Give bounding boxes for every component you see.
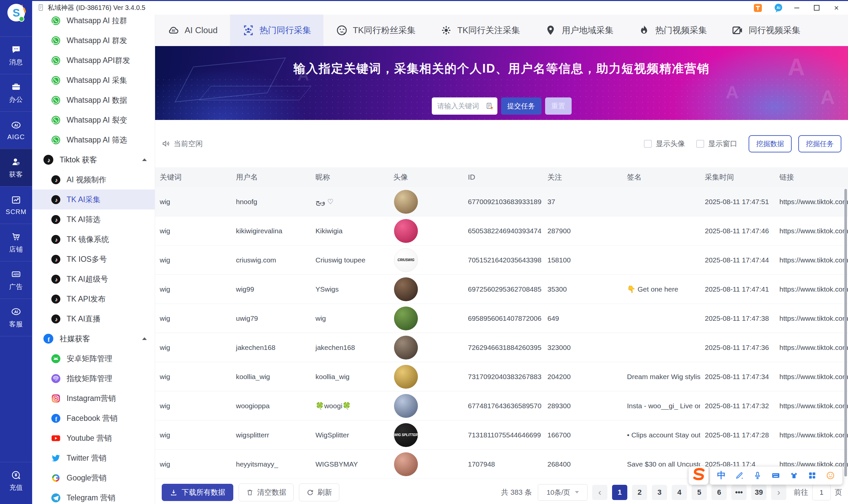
menu-item-twitter-marketing[interactable]: Twitter 营销 [32,448,155,468]
menu-item-wa-mass-send[interactable]: Whatsapp AI 群发 [32,31,155,50]
menu-item-ai-video-create[interactable]: ♪♪♪AI 视频制作 [32,170,155,190]
cell-follow-count: 323000 [543,344,622,352]
refresh-button[interactable]: 刷新 [299,484,339,501]
tab-tk-peer-fans-collect[interactable]: TK同行粉丝采集 [323,15,428,46]
menu-item-google-marketing[interactable]: Google营销 [32,468,155,488]
menu-item-wa-filter[interactable]: Whatsapp AI 筛选 [32,130,155,150]
chinese-mode-icon[interactable]: 中 [717,471,726,480]
menu-item-fingerprint-matrix[interactable]: 指纹矩阵管理 [32,368,155,388]
sidebar-item-acquisition[interactable]: 获客 [0,149,32,186]
table-row[interactable]: wigkikiwigirevalinaKikiwigia650538224694… [155,216,848,246]
page-size-select[interactable]: 10条/页 [538,484,588,501]
menu-item-wa-data[interactable]: Whatsapp AI 数据 [32,90,155,110]
sidebar-item-office[interactable]: 办公 [0,74,32,111]
mine-data-button[interactable]: 挖掘数据 [748,135,792,152]
minimize-button[interactable] [793,4,800,12]
page-button-3[interactable]: 3 [652,485,667,500]
table-row[interactable]: wigwig99YSwigs697256029536270848535300👇 … [155,275,848,304]
menu-item-wa-collect[interactable]: Whatsapp AI 采集 [32,70,155,90]
show-window-checkbox[interactable]: 显示窗口 [696,139,737,149]
tab-peer-video-collect[interactable]: 同行视频采集 [719,15,813,46]
collapse-caret-icon[interactable] [142,158,147,161]
page-button-5[interactable]: 5 [691,485,707,500]
sidebar-item-recharge[interactable]: ¥ 充值 [0,462,32,499]
keyboard-icon[interactable] [771,471,780,480]
tab-ai-cloud[interactable]: AIAI Cloud [155,15,230,46]
clear-data-button[interactable]: 清空数据 [239,484,294,501]
page-button-39[interactable]: 39 [751,485,766,500]
pen-icon[interactable] [735,471,744,480]
tab-hot-video-collect[interactable]: 热门视频采集 [626,15,719,46]
paste-keywords-icon[interactable] [485,102,494,111]
table-row[interactable]: wigcriuswig.comCriuswig toupeeCRIUSWIG70… [155,246,848,275]
svg-text:♪: ♪ [55,276,58,283]
menu-item-android-matrix[interactable]: 安卓矩阵管理 [32,348,155,368]
table-row[interactable]: wigjakechen168jakechen168726294663188426… [155,333,848,362]
tray-ai-assistant-icon[interactable]: Ai [773,3,784,13]
window-controls: × [793,4,840,12]
sidebar-item-aigc[interactable]: AIAIGC [0,111,32,149]
sidebar-item-scrm[interactable]: SCRM [0,186,32,224]
tiktok-icon: ♪♪♪ [51,254,61,265]
collapse-caret-icon[interactable] [142,337,147,340]
vertical-scrollbar[interactable] [844,189,847,476]
goto-page-input[interactable] [812,484,831,500]
sidebar-item-ads[interactable]: ADS广告 [0,261,32,299]
reset-button[interactable]: 重置 [545,97,572,115]
sidebar-item-service[interactable]: AI客服 [0,299,32,336]
prev-page-button[interactable]: ‹ [592,485,608,500]
app-window: S 消息办公AIAIGC获客SCRM店铺ADS广告AI客服 ¥ 充值 私域神器 … [0,0,848,504]
mine-task-button[interactable]: 挖掘任务 [798,135,841,152]
menu-item-tk-ios-multi[interactable]: ♪♪♪TK IOS多号 [32,249,155,269]
table-row[interactable]: wigwoogioppa🍀woogi🍀677481764363658957028… [155,391,848,420]
menu-item-tiktok-acquisition[interactable]: ♪♪♪Tiktok 获客 [32,150,155,170]
show-avatar-checkbox[interactable]: 显示头像 [644,139,685,149]
menu-item-instagram-marketing[interactable]: Instagram营销 [32,388,155,408]
keyword-input[interactable] [437,102,481,110]
emoji-icon[interactable] [826,471,835,480]
page-button-1[interactable]: 1 [612,485,627,500]
mic-icon[interactable] [753,471,762,480]
menu-item-social-acquisition[interactable]: f社媒获客 [32,329,155,348]
cell-collect-time: 2025-08-11 17:47:41 [700,285,775,293]
page-button-2[interactable]: 2 [632,485,647,500]
sogou-logo-icon[interactable] [688,466,709,485]
table-row[interactable]: wigwigsplitterrWigSplitterWIG SPLITTER71… [155,420,848,450]
page-button-6[interactable]: 6 [711,485,727,500]
cell-link: https://www.tiktok.com/... [775,314,848,322]
download-all-button[interactable]: 下载所有数据 [162,484,233,501]
menu-item-tk-ai-super[interactable]: ♪♪♪TK AI超级号 [32,269,155,289]
tab-hot-peer-collect[interactable]: 热门同行采集 [230,15,323,46]
next-page-button[interactable]: › [771,485,787,500]
menu-item-telegram-marketing[interactable]: Telegram 营销 [32,488,155,504]
table-row[interactable]: wiguwig79wig69589560614078720066492025-0… [155,304,848,333]
submit-task-button[interactable]: 提交任务 [501,97,541,115]
ai-badge-icon: AI [11,306,21,317]
cell-nickname: Kikiwigia [311,227,389,235]
tab-user-region-collect[interactable]: 用户地域采集 [532,15,626,46]
menu-item-tk-ai-live[interactable]: ♪♪♪TK AI直播 [32,309,155,329]
tray-tool-badge-icon[interactable] [753,3,763,13]
maximize-button[interactable] [813,4,820,12]
menu-item-youtube-marketing[interactable]: Youtube 营销 [32,428,155,448]
sidebar-item-shop[interactable]: 店铺 [0,224,32,261]
skin-icon[interactable] [789,471,799,480]
cell-keyword: wig [155,227,231,235]
close-button[interactable]: × [833,4,840,12]
table-row[interactable]: wigkoollia_wigkoollia_wig731709204038326… [155,362,848,391]
trash-icon [246,488,254,497]
page-button-4[interactable]: 4 [672,485,687,500]
tab-tk-peer-follow-collect[interactable]: TK同行关注采集 [428,15,532,46]
sidebar-item-messages[interactable]: 消息 [0,36,32,74]
menu-item-tk-mirror-system[interactable]: ♪♪♪TK 镜像系统 [32,229,155,249]
menu-item-wa-api-send[interactable]: Whatsapp API群发 [32,50,155,70]
table-row[interactable]: wighnoofgوبج ♡6770092103683933189372025-… [155,187,848,216]
menu-item-tk-api-publish[interactable]: ♪♪♪TK API发布 [32,289,155,309]
column-header: 头像 [389,172,463,182]
menu-item-facebook-marketing[interactable]: fFacebook 营销 [32,408,155,428]
menu-item-tk-ai-collect[interactable]: ♪♪♪TK AI采集 [32,190,155,210]
menu-item-wa-fission[interactable]: Whatsapp AI 裂变 [32,110,155,130]
menu-item-tk-ai-filter[interactable]: ♪♪♪TK AI筛选 [32,210,155,229]
toolbox-icon[interactable] [808,471,817,480]
menu-item-wa-pull-group[interactable]: Whatsapp AI 拉群 [32,15,155,31]
